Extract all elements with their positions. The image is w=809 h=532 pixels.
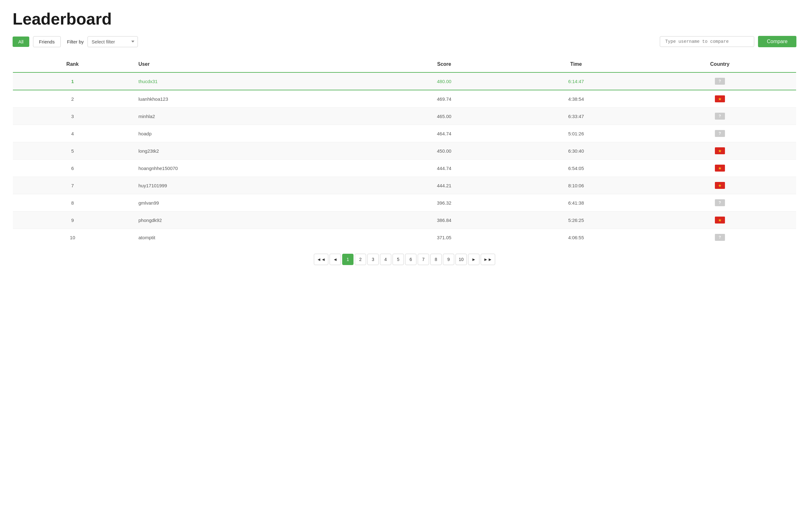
- cell-score: 386.84: [380, 211, 509, 229]
- friends-button[interactable]: Friends: [33, 36, 61, 47]
- table-row: 9 phongdk92 386.84 5:26:25: [13, 211, 796, 229]
- cell-rank: 2: [13, 90, 132, 108]
- cell-time: 4:06:55: [509, 229, 644, 246]
- cell-user: phongdk92: [132, 211, 380, 229]
- cell-country: ?: [643, 125, 796, 142]
- cell-user: hoadp: [132, 125, 380, 142]
- col-country: Country: [643, 56, 796, 73]
- cell-score: 465.00: [380, 108, 509, 125]
- flag-unknown-icon: ?: [715, 199, 725, 206]
- cell-rank: 6: [13, 160, 132, 177]
- cell-score: 480.00: [380, 72, 509, 90]
- cell-country: [643, 142, 796, 160]
- cell-time: 6:33:47: [509, 108, 644, 125]
- cell-time: 6:41:38: [509, 194, 644, 211]
- flag-unknown-icon: ?: [715, 78, 725, 85]
- table-row: 1 thucdx31 480.00 6:14:47 ?: [13, 72, 796, 90]
- cell-user: luanhkhoa123: [132, 90, 380, 108]
- cell-time: 4:38:54: [509, 90, 644, 108]
- flag-vn-icon: [715, 217, 725, 223]
- page-first-button[interactable]: ◄◄: [314, 254, 328, 265]
- col-time: Time: [509, 56, 644, 73]
- table-row: 10 atomptit 371.05 4:06:55 ?: [13, 229, 796, 246]
- cell-user: long23tk2: [132, 142, 380, 160]
- cell-user: thucdx31: [132, 72, 380, 90]
- cell-country: [643, 177, 796, 194]
- cell-time: 6:54:05: [509, 160, 644, 177]
- flag-unknown-icon: ?: [715, 234, 725, 241]
- page-prev-button[interactable]: ◄: [330, 254, 341, 265]
- table-header-row: Rank User Score Time Country: [13, 56, 796, 73]
- page-number-button[interactable]: 7: [418, 254, 429, 265]
- cell-rank: 8: [13, 194, 132, 211]
- flag-vn-icon: [715, 96, 725, 102]
- col-score: Score: [380, 56, 509, 73]
- cell-country: ?: [643, 194, 796, 211]
- cell-rank: 5: [13, 142, 132, 160]
- col-rank: Rank: [13, 56, 132, 73]
- cell-rank: 1: [13, 72, 132, 90]
- table-row: 3 minhla2 465.00 6:33:47 ?: [13, 108, 796, 125]
- cell-country: ?: [643, 72, 796, 90]
- page-number-button[interactable]: 8: [430, 254, 442, 265]
- cell-rank: 7: [13, 177, 132, 194]
- cell-country: [643, 90, 796, 108]
- leaderboard-table: Rank User Score Time Country 1 thucdx31 …: [13, 56, 796, 246]
- cell-country: [643, 211, 796, 229]
- filter-select[interactable]: Select filter: [87, 36, 138, 47]
- cell-rank: 9: [13, 211, 132, 229]
- page-number-button[interactable]: 4: [380, 254, 391, 265]
- page-last-button[interactable]: ►►: [481, 254, 495, 265]
- cell-user: huy17101999: [132, 177, 380, 194]
- table-row: 4 hoadp 464.74 5:01:26 ?: [13, 125, 796, 142]
- filter-label: Filter by: [67, 39, 84, 45]
- cell-score: 469.74: [380, 90, 509, 108]
- page-title: Leaderboard: [13, 10, 796, 28]
- flag-vn-icon: [715, 182, 725, 189]
- cell-country: ?: [643, 229, 796, 246]
- cell-user: gmlvan99: [132, 194, 380, 211]
- cell-score: 396.32: [380, 194, 509, 211]
- cell-rank: 4: [13, 125, 132, 142]
- cell-time: 5:26:25: [509, 211, 644, 229]
- toolbar: All Friends Filter by Select filter Comp…: [13, 36, 796, 47]
- table-row: 2 luanhkhoa123 469.74 4:38:54: [13, 90, 796, 108]
- cell-user: minhla2: [132, 108, 380, 125]
- cell-country: ?: [643, 108, 796, 125]
- table-row: 8 gmlvan99 396.32 6:41:38 ?: [13, 194, 796, 211]
- page-number-button[interactable]: 2: [355, 254, 366, 265]
- all-button[interactable]: All: [13, 36, 29, 47]
- page-number-button[interactable]: 1: [342, 254, 354, 265]
- compare-input[interactable]: [660, 36, 754, 47]
- flag-vn-icon: [715, 147, 725, 154]
- cell-time: 5:01:26: [509, 125, 644, 142]
- cell-score: 444.21: [380, 177, 509, 194]
- flag-unknown-icon: ?: [715, 113, 725, 120]
- cell-user: hoangnhhe150070: [132, 160, 380, 177]
- cell-rank: 10: [13, 229, 132, 246]
- table-row: 6 hoangnhhe150070 444.74 6:54:05: [13, 160, 796, 177]
- page-number-button[interactable]: 10: [455, 254, 467, 265]
- flag-unknown-icon: ?: [715, 130, 725, 137]
- cell-user: atomptit: [132, 229, 380, 246]
- cell-time: 6:14:47: [509, 72, 644, 90]
- table-row: 7 huy17101999 444.21 8:10:06: [13, 177, 796, 194]
- cell-country: [643, 160, 796, 177]
- page-number-button[interactable]: 6: [405, 254, 416, 265]
- cell-score: 464.74: [380, 125, 509, 142]
- cell-rank: 3: [13, 108, 132, 125]
- page-number-button[interactable]: 5: [393, 254, 404, 265]
- page-number-button[interactable]: 9: [443, 254, 454, 265]
- table-row: 5 long23tk2 450.00 6:30:40: [13, 142, 796, 160]
- compare-button[interactable]: Compare: [758, 36, 796, 47]
- col-user: User: [132, 56, 380, 73]
- cell-score: 371.05: [380, 229, 509, 246]
- cell-time: 6:30:40: [509, 142, 644, 160]
- cell-time: 8:10:06: [509, 177, 644, 194]
- flag-vn-icon: [715, 165, 725, 172]
- cell-score: 450.00: [380, 142, 509, 160]
- page-number-button[interactable]: 3: [367, 254, 379, 265]
- pagination: ◄◄ ◄ 12345678910 ► ►►: [13, 254, 796, 265]
- page-next-button[interactable]: ►: [468, 254, 479, 265]
- cell-score: 444.74: [380, 160, 509, 177]
